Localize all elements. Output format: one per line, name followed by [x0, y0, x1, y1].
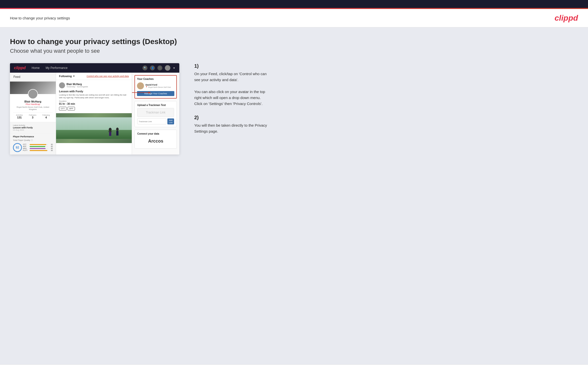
latest-activity-name: Lesson with Fordy [13, 126, 53, 129]
svg-rect-1 [56, 130, 132, 139]
person-icon[interactable]: 👤 [150, 65, 155, 70]
trackman-placeholder: Trackman Link [137, 108, 174, 117]
avatar [28, 89, 38, 99]
app-body: Feed Blair McHarg Plus Handicap Royal No… [10, 73, 179, 155]
feed-tab[interactable]: Feed [10, 73, 56, 82]
app-nav-home[interactable]: Home [32, 66, 40, 70]
app-nav-icons: 🔍 👤 ➕ ▼ [142, 65, 175, 71]
profile-avatar-wrap [13, 89, 53, 99]
stat-following-label: Following [42, 114, 50, 116]
chevron-down-icon: ▼ [73, 75, 75, 77]
page-subtitle: Choose what you want people to see [10, 48, 578, 54]
stat-following: Following 4 [42, 114, 50, 119]
post-user-row: Blair McHarg Yesterday · Sunningdale [59, 82, 129, 88]
tag-app: APP [67, 107, 75, 110]
svg-rect-6 [116, 131, 119, 136]
profile-club: Royal North Devon Golf Club, United King… [13, 106, 53, 110]
app-nav: clippd Home My Performance 🔍 👤 ➕ ▼ [10, 63, 179, 73]
bar-app: APP 85 [23, 146, 53, 147]
player-performance: Player Performance Total Player Quality … [10, 133, 56, 155]
post-duration-value: 01 hr : 30 min [59, 103, 129, 105]
post-user-info: Blair McHarg Yesterday · Sunningdale [66, 83, 88, 88]
stat-followers: Followers 3 [29, 114, 36, 119]
feed-post: Blair McHarg Yesterday · Sunningdale Les… [56, 80, 132, 113]
latest-activity: Latest Activity Lesson with Fordy 03 Aug… [10, 122, 56, 133]
plus-icon[interactable]: ➕ [157, 65, 162, 70]
main-content: How to change your privacy settings (Des… [0, 27, 588, 365]
logo: clippd [555, 13, 578, 23]
app-nav-logo: clippd [14, 66, 26, 70]
coaches-section-highlighted: Your Coaches David Ford 📍 Royal North De… [134, 75, 177, 99]
svg-rect-4 [108, 131, 112, 132]
instruction-1: 1) On your Feed, click/tap on 'Control w… [194, 63, 269, 107]
profile-stats: Activities 131 Followers 3 Following 4 [13, 112, 53, 119]
stat-activities: Activities 131 [16, 114, 23, 119]
trackman-section: Upload a Trackman Test Trackman Link Add… [134, 101, 177, 127]
instruction-2-number: 2) [194, 115, 269, 120]
header-title: How to change your privacy settings [10, 16, 70, 20]
instruction-1-text: On your Feed, click/tap on 'Control who … [194, 71, 269, 107]
avatar-chevron: ▼ [173, 67, 175, 69]
post-description: Looking to feel like my hands are exitin… [59, 94, 129, 99]
bar-ott: OTT 90 [23, 144, 53, 145]
post-meta: Yesterday · Sunningdale [66, 86, 88, 88]
stat-activities-label: Activities [16, 114, 23, 116]
feed-header: Following ▼ Control who can see your act… [56, 73, 132, 80]
nav-avatar[interactable] [165, 65, 170, 71]
stat-activities-value: 131 [16, 116, 23, 119]
app-screenshot: clippd Home My Performance 🔍 👤 ➕ ▼ Feed [10, 63, 179, 155]
connect-section: Connect your data Arccos [134, 130, 177, 149]
search-icon[interactable]: 🔍 [142, 65, 147, 70]
top-bar [0, 0, 588, 8]
location-icon: 📍 [145, 86, 148, 88]
control-privacy-link[interactable]: Control who can see your activity and da… [87, 75, 129, 77]
perf-bars: OTT 90 APP 85 ARG [23, 144, 53, 152]
post-duration-label: Duration [59, 100, 129, 102]
app-left-panel: Feed Blair McHarg Plus Handicap Royal No… [10, 73, 56, 155]
manage-coaches-button[interactable]: Manage Your Coaches [137, 91, 174, 96]
perf-score-circle: 92 [13, 143, 22, 152]
stat-followers-label: Followers [29, 114, 36, 116]
stat-followers-value: 3 [29, 116, 36, 119]
post-image [56, 113, 132, 143]
tag-ott: OTT [59, 107, 66, 110]
svg-point-2 [109, 128, 112, 131]
perf-row: 92 OTT 90 APP 85 [13, 143, 53, 152]
app-nav-performance[interactable]: My Performance [46, 66, 67, 70]
latest-activity-date: 03 Aug 2022 [13, 129, 53, 131]
coach-row: David Ford 📍 Royal North Devon Golf Club [137, 82, 174, 89]
latest-activity-label: Latest Activity [13, 124, 53, 126]
app-feed: Following ▼ Control who can see your act… [56, 73, 132, 155]
header: How to change your privacy settings clip… [0, 9, 588, 27]
instruction-2-text: You will then be taken directly to the P… [194, 122, 269, 134]
arccos-logo: Arccos [137, 137, 174, 146]
page-title: How to change your privacy settings (Des… [10, 37, 578, 46]
coaches-title: Your Coaches [137, 78, 174, 80]
stat-following-value: 4 [42, 116, 50, 119]
trackman-title: Upload a Trackman Test [137, 104, 174, 106]
svg-point-5 [116, 128, 119, 131]
profile-handicap: Plus Handicap [13, 103, 53, 105]
trackman-input[interactable] [137, 118, 166, 124]
svg-rect-3 [109, 131, 111, 136]
coach-name: David Ford [145, 84, 171, 86]
coach-club: 📍 Royal North Devon Golf Club [145, 86, 171, 88]
connect-title: Connect your data [137, 132, 174, 135]
add-link-button[interactable]: Add Link [167, 118, 174, 124]
info-icon: ⓘ [31, 139, 33, 142]
bar-arg: ARG 86 [23, 148, 53, 149]
golf-image [56, 113, 132, 143]
coach-info: David Ford 📍 Royal North Devon Golf Club [145, 84, 171, 88]
instruction-2: 2) You will then be taken directly to th… [194, 115, 269, 134]
perf-title: Player Performance [13, 135, 53, 138]
post-title: Lesson with Fordy [59, 90, 129, 93]
post-avatar [59, 82, 65, 88]
following-button[interactable]: Following ▼ [59, 75, 75, 78]
post-tags: OTT APP [59, 107, 129, 110]
post-user-name: Blair McHarg [66, 83, 88, 86]
bar-putt: PUTT 96 [23, 150, 53, 151]
profile-card: Blair McHarg Plus Handicap Royal North D… [10, 82, 56, 122]
instruction-1-number: 1) [194, 63, 269, 69]
app-sidebar: Your Coaches David Ford 📍 Royal North De… [132, 73, 179, 155]
demo-container: clippd Home My Performance 🔍 👤 ➕ ▼ Feed [10, 63, 578, 155]
